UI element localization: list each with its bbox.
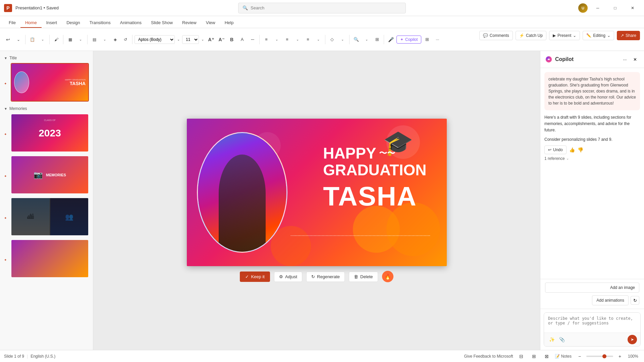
comments-button[interactable]: 💬 Comments xyxy=(479,31,513,40)
decrease-font-button[interactable]: A⁻ xyxy=(217,35,226,44)
find-dropdown[interactable]: ⌄ xyxy=(362,35,371,44)
shape-fill-button[interactable]: ◇ xyxy=(327,35,337,44)
slide-view-button[interactable]: ⊞ xyxy=(422,35,432,44)
copilot-input-field[interactable] xyxy=(544,313,640,331)
slide-thumb-5[interactable] xyxy=(11,239,89,278)
divider-2 xyxy=(49,35,50,44)
tab-insert[interactable]: Insert xyxy=(42,18,62,28)
keep-button[interactable]: ✓ Keep it xyxy=(240,272,270,282)
tab-slideshow[interactable]: Slide Show xyxy=(146,18,177,28)
tab-home[interactable]: Home xyxy=(20,18,42,28)
zoom-level[interactable]: 100% xyxy=(628,354,640,359)
undo-button[interactable]: ↩ Undo xyxy=(544,145,567,154)
slide-thumb-3[interactable]: 📷 MEMORIES xyxy=(11,156,89,194)
more-text-button[interactable]: ··· xyxy=(248,35,257,44)
tab-transitions[interactable]: Transitions xyxy=(85,18,115,28)
align-button[interactable]: ≡ xyxy=(303,35,313,44)
accessibility-button[interactable]: ⊞ xyxy=(372,35,382,44)
send-button[interactable]: ➤ xyxy=(628,335,637,344)
adjust-button[interactable]: ⚙ Adjust xyxy=(274,272,302,282)
section-title[interactable]: ▼ Title xyxy=(3,54,90,62)
tab-view[interactable]: View xyxy=(201,18,220,28)
add-animations-button[interactable]: Add animations xyxy=(592,295,629,305)
notes-button[interactable]: 📝 Notes xyxy=(555,354,572,359)
zoom-in-button[interactable]: + xyxy=(615,352,625,361)
increase-font-button[interactable]: A⁺ xyxy=(206,35,216,44)
tab-animations[interactable]: Animations xyxy=(115,18,146,28)
reading-view-button[interactable]: ⊠ xyxy=(542,352,551,361)
editing-button[interactable]: ✏️ Editing ⌄ xyxy=(583,31,614,40)
dictate-button[interactable]: 🎤 xyxy=(386,35,395,44)
slide-thumb-4[interactable]: 🏙 👥 xyxy=(11,197,89,236)
font-size-select[interactable]: 11 xyxy=(182,35,199,44)
bullets-button[interactable]: ≡ xyxy=(262,35,271,44)
bold-button[interactable]: B xyxy=(227,35,236,44)
more-commands-button[interactable]: ··· xyxy=(433,35,442,44)
sparkle-input-icon[interactable]: ✨ xyxy=(547,335,556,344)
font-color-button[interactable]: A xyxy=(237,35,247,44)
font-family-dropdown[interactable]: ⌄ xyxy=(176,35,181,44)
undo-button[interactable]: ↩ xyxy=(3,35,13,44)
slide-star-2: ✦ xyxy=(4,132,7,136)
redo-button[interactable]: ⌄ xyxy=(14,35,23,44)
slide-thumb-1[interactable]: HAPPY GRADUATION TASHA xyxy=(11,63,89,102)
tab-help[interactable]: Help xyxy=(220,18,238,28)
catch-up-icon: ⚡ xyxy=(519,33,524,38)
align-dropdown[interactable]: ⌄ xyxy=(314,35,323,44)
present-button[interactable]: ▶ Present ⌄ xyxy=(549,31,580,40)
copilot-toolbar-button[interactable]: ✦ Copilot xyxy=(396,36,421,44)
normal-view-button[interactable]: ⊟ xyxy=(517,352,526,361)
catch-up-button[interactable]: ⚡ Catch Up xyxy=(516,31,546,40)
slide-thumb-2[interactable]: CLASS OF 2023 xyxy=(11,114,89,152)
zoom-slider: − + xyxy=(575,352,625,361)
font-size-dropdown[interactable]: ⌄ xyxy=(200,35,205,44)
bullets-dropdown[interactable]: ⌄ xyxy=(272,35,281,44)
zoom-track[interactable] xyxy=(586,356,613,357)
tab-review[interactable]: Review xyxy=(177,18,201,28)
shape-fill-dropdown[interactable]: ⌄ xyxy=(338,35,347,44)
refresh-suggestions-button[interactable]: ↻ xyxy=(631,296,639,305)
share-button[interactable]: ↗ Share xyxy=(617,31,640,40)
layout-button[interactable]: ▤ xyxy=(90,35,99,44)
numbering-dropdown[interactable]: ⌄ xyxy=(293,35,302,44)
clipboard-dropdown[interactable]: ⌄ xyxy=(38,35,47,44)
delete-button[interactable]: 🗑 Delete xyxy=(349,272,378,282)
tab-design[interactable]: Design xyxy=(62,18,85,28)
thumbs-up-button[interactable]: 👍 xyxy=(569,146,575,154)
minimize-button[interactable]: ─ xyxy=(590,3,605,13)
regenerate-button[interactable]: ↻ Regenerate xyxy=(306,272,345,282)
design-ideas-button[interactable]: ◈ xyxy=(110,35,120,44)
format-painter-button[interactable]: 🖌 xyxy=(52,35,61,44)
attachment-button[interactable]: 📎 xyxy=(557,335,566,344)
add-image-button[interactable]: Add an image xyxy=(545,283,639,293)
clipboard-button[interactable]: 📋 xyxy=(28,35,37,44)
copilot-close-button[interactable]: ✕ xyxy=(631,55,639,64)
section-memories[interactable]: ▼ Memories xyxy=(3,104,90,113)
numbering-button[interactable]: ≡ xyxy=(282,35,292,44)
close-button[interactable]: ✕ xyxy=(625,3,640,13)
copilot-logo-icon xyxy=(545,56,552,63)
file-title: Presentation1 • Saved xyxy=(15,5,59,10)
maximize-button[interactable]: □ xyxy=(608,3,623,13)
insert-slide-button[interactable]: ▦ xyxy=(65,35,75,44)
tab-file[interactable]: File xyxy=(4,18,20,28)
find-button[interactable]: 🔍 xyxy=(352,35,361,44)
fire-button[interactable]: 🔥 xyxy=(382,271,393,282)
slide-canvas[interactable]: 🎓 HAPPY 〜〜 GRADUATION TASHA xyxy=(187,119,447,266)
slide-star-3: ✦ xyxy=(4,174,7,178)
search-input[interactable] xyxy=(251,5,401,10)
reset-button[interactable]: ↺ xyxy=(121,35,130,44)
slide-sorter-button[interactable]: ⊞ xyxy=(529,352,539,361)
copilot-more-button[interactable]: ··· xyxy=(621,55,629,64)
insert-slide-dropdown[interactable]: ⌄ xyxy=(76,35,85,44)
copilot-input-box: ✨ 📎 ➤ xyxy=(544,312,641,347)
font-family-select[interactable]: Aptos (Body) xyxy=(135,35,175,44)
search-bar[interactable]: 🔍 xyxy=(238,3,406,13)
layout-dropdown[interactable]: ⌄ xyxy=(100,35,109,44)
thumbs-down-button[interactable]: 👎 xyxy=(578,146,583,154)
feedback-link[interactable]: Give Feedback to Microsoft xyxy=(464,354,513,359)
slide-info: Slide 1 of 9 xyxy=(4,354,24,359)
slide-thumb-inner-4: 🏙 👥 xyxy=(11,198,88,235)
reference-row[interactable]: 1 reference ⌄ xyxy=(544,154,640,163)
zoom-out-button[interactable]: − xyxy=(575,352,584,361)
